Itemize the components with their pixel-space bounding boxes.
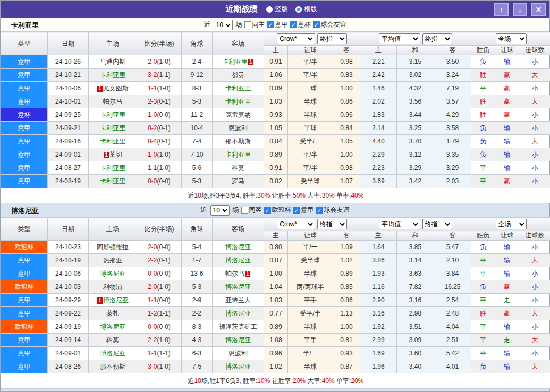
red-card-badge: 1 (245, 271, 250, 277)
odds-home-cell: 1.03 (264, 95, 288, 108)
layout-radio-vertical[interactable]: 竖版 (266, 5, 288, 14)
odds-source-select[interactable]: Crow* (277, 219, 315, 229)
odds-stage-select[interactable]: 终指 (317, 33, 347, 44)
layout-radio-horizontal[interactable]: 横版 (295, 5, 317, 14)
league-filter-checkbox[interactable]: 意杯 (290, 20, 311, 29)
league-filter-label: 意杯 (298, 20, 311, 29)
odds-away-cell: 1.00 (333, 320, 360, 334)
league-type-cell: 意甲 (1, 307, 48, 320)
team-name: 阿斯顿维拉 (97, 243, 129, 251)
home-team-cell: 博洛尼亚 (89, 347, 137, 360)
match-date-cell: 24-10-19 (48, 254, 89, 267)
team-name: 那不勒斯 (100, 363, 125, 370)
same-venue-label: 同客 (249, 206, 262, 215)
column-header: 主场 (89, 218, 137, 241)
outcome-result-cell: 平 (471, 161, 495, 175)
team-name: 博洛尼亚 (225, 257, 251, 264)
avg-away-cell: 4.04 (434, 320, 471, 334)
sections-container: 卡利亚里近10场同主意甲意杯球会友谊类型日期主场比分(半场)角球客场Crow* … (1, 18, 549, 389)
avg-stage-select[interactable]: 终指 (422, 33, 452, 44)
matches-table: 类型日期主场比分(半场)角球客场Crow* 终指平均值 终指全场主让球客主和客胜… (1, 32, 550, 203)
fulltime-score: 2-0 (148, 283, 157, 291)
red-card-badge: 1 (248, 59, 253, 65)
team-name: 罗马 (232, 177, 244, 185)
home-team-cell: 1莱切 (89, 148, 137, 161)
odds-handicap-cell: 半/一 (288, 241, 333, 254)
avg-draw-cell: 3.16 (397, 294, 434, 307)
score-cell: 1-0(0-0) (137, 108, 182, 122)
move-down-button[interactable]: ↓ (513, 3, 527, 16)
corner-cell: 2-9 (182, 294, 213, 307)
score-cell: 2-0(1-0) (137, 55, 182, 69)
avg-draw-cell: 4.32 (397, 82, 434, 95)
league-filter-checkbox[interactable]: 欧冠杯 (264, 206, 291, 215)
checkbox-checked-icon (290, 21, 297, 28)
corner-cell: 11-2 (182, 108, 213, 122)
odds-handicap-cell: 平手 (288, 294, 333, 307)
same-venue-label: 同主 (252, 20, 265, 29)
league-type-cell: 意甲 (1, 347, 48, 360)
section-header: 博洛尼亚近10场同客欧冠杯意甲球会友谊 (1, 203, 549, 217)
away-team-cell: 博洛尼亚 (213, 360, 264, 373)
handicap-result-cell: 输 (495, 347, 519, 360)
league-filter-checkbox[interactable]: 球会友谊 (316, 206, 350, 215)
avg-source-select[interactable]: 平均值 (379, 219, 420, 229)
odds-away-cell: 0.96 (333, 108, 360, 122)
move-up-button[interactable]: ↑ (494, 3, 509, 16)
fulltime-score: 3-2 (148, 71, 157, 79)
checkbox-checked-icon (293, 207, 300, 214)
summary-stat-value: 40% (351, 192, 363, 199)
radio-unselected-icon (295, 6, 302, 13)
odds-source-select[interactable]: Crow* (277, 33, 315, 44)
match-row: 欧冠杯24-10-23阿斯顿维拉2-0(0-0)5-4博洛尼亚0.80半/一1.… (1, 241, 550, 254)
odds-home-cell: 1.04 (264, 280, 288, 294)
league-type-cell: 意甲 (1, 254, 48, 267)
outcome-result-cell: 负 (471, 241, 495, 254)
odds-home-cell: 1.03 (264, 294, 288, 307)
match-date-cell: 24-09-01 (48, 148, 89, 161)
same-venue-checkbox[interactable]: 同客 (241, 206, 262, 215)
fulltime-score: 2-2 (148, 257, 157, 264)
avg-home-cell: 3.86 (360, 254, 397, 267)
same-venue-checkbox[interactable]: 同主 (244, 20, 265, 29)
avg-draw-cell: 3.09 (397, 334, 434, 347)
league-filter-checkbox[interactable]: 意甲 (267, 20, 288, 29)
matches-count-select[interactable]: 10 (210, 205, 230, 216)
bottom-strip (1, 389, 549, 391)
avg-source-select[interactable]: 平均值 (379, 33, 420, 44)
column-header: 客场 (213, 32, 264, 55)
league-filter-checkbox[interactable]: 球会友谊 (313, 20, 346, 29)
home-team-cell: 卡利亚里 (89, 135, 137, 148)
league-type-cell: 意甲 (1, 360, 48, 373)
match-date-cell: 24-09-21 (48, 122, 89, 135)
home-team-cell: 卡利亚里 (89, 161, 137, 175)
odds-handicap-cell: 受平/半 (288, 307, 333, 320)
team-name: 乌迪内斯 (100, 58, 125, 65)
league-filter-checkbox[interactable]: 意甲 (293, 206, 314, 215)
halftime-score: (1-0) (157, 164, 171, 172)
odds-stage-select[interactable]: 终指 (317, 219, 347, 229)
summary-stat-value: 10% (257, 377, 270, 385)
goals-result-cell: 小 (519, 161, 550, 175)
team-name: 卡利亚里 (100, 111, 125, 118)
scope-select[interactable]: 全场 (496, 219, 527, 229)
score-cell: 1-0(1-0) (137, 148, 182, 161)
panel-title: 近期战绩 (226, 4, 258, 14)
team-name: 科莫 (232, 164, 244, 172)
avg-home-cell: 2.42 (360, 69, 397, 82)
corner-cell: 5-3 (182, 95, 213, 108)
score-cell: 0-0(0-0) (137, 320, 182, 334)
outcome-result-cell: 平 (471, 254, 495, 267)
avg-stage-select[interactable]: 终指 (422, 219, 452, 229)
matches-count-select[interactable]: 10 (214, 20, 233, 30)
checkbox-unchecked-icon (241, 207, 248, 214)
avg-home-cell: 1.46 (360, 82, 397, 95)
away-team-cell: 卡利亚里 (213, 82, 264, 95)
match-row: 意甲24-10-19热那亚2-2(0-1)1-7博洛尼亚0.87受半球1.023… (1, 254, 550, 267)
summary-stat-value: 10 (194, 377, 201, 385)
outcome-result-cell: 平 (471, 175, 495, 188)
close-button[interactable]: ✕ (531, 3, 546, 16)
avg-away-cell: 2.10 (434, 254, 471, 267)
scope-select[interactable]: 全场 (496, 33, 527, 44)
odds-away-cell: 1.05 (333, 135, 360, 148)
